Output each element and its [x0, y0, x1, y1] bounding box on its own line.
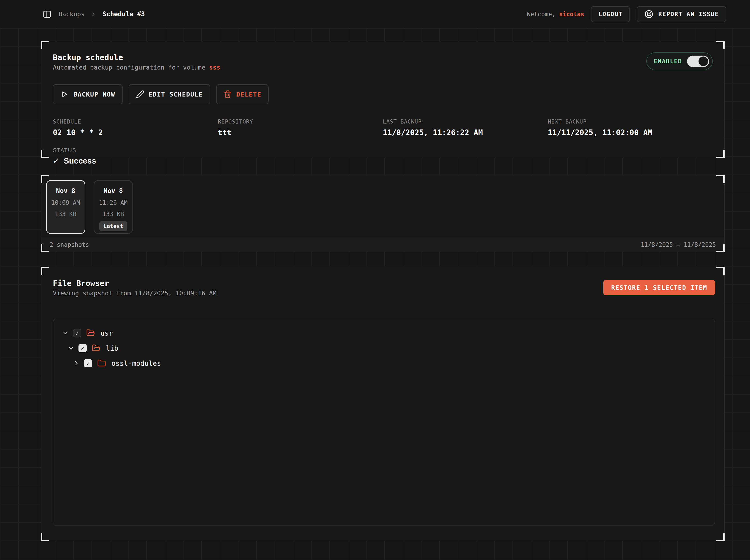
tree-row-lib[interactable]: ✓ lib [62, 341, 706, 356]
logout-button[interactable]: LOGOUT [591, 6, 630, 22]
status-value: ✓ Success [53, 156, 713, 165]
breadcrumb: Backups Schedule #3 [42, 9, 145, 20]
enabled-toggle[interactable]: ENABLED [646, 53, 713, 70]
pencil-icon [136, 90, 144, 98]
field-label: NEXT BACKUP [548, 119, 713, 125]
corner-bracket [41, 150, 49, 158]
check-icon: ✓ [53, 156, 59, 165]
snapshot-time: 11:26 AM [94, 199, 132, 206]
file-browser-title: File Browser [53, 278, 216, 288]
card-title: Backup schedule [53, 53, 713, 62]
checkbox-lib[interactable]: ✓ [78, 344, 87, 352]
welcome-text: Welcome, nicolas [527, 11, 584, 18]
field-label: LAST BACKUP [383, 119, 548, 125]
backup-now-button[interactable]: BACKUP NOW [53, 84, 123, 104]
field-label: SCHEDULE [53, 119, 218, 125]
field-label: REPOSITORY [218, 119, 383, 125]
toggle-knob [698, 57, 708, 66]
top-bar: Backups Schedule #3 Welcome, nicolas LOG… [0, 0, 750, 28]
chevron-down-icon[interactable] [67, 345, 74, 352]
chevron-down-icon[interactable] [62, 329, 69, 337]
trash-icon [223, 90, 232, 98]
tree-item-name: lib [106, 344, 118, 352]
enabled-label: ENABLED [654, 58, 682, 65]
status-label: STATUS [53, 147, 713, 154]
folder-open-icon [92, 344, 100, 353]
snapshot-card-latest[interactable]: Nov 8 11:26 AM 133 KB Latest [94, 180, 133, 234]
tree-item-name: ossl-modules [112, 359, 161, 367]
snapshot-date: Nov 8 [94, 187, 132, 195]
field-value: ttt [218, 128, 383, 137]
field-last-backup: LAST BACKUP 11/8/2025, 11:26:22 AM [383, 119, 548, 137]
username: nicolas [559, 11, 584, 18]
file-browser-subtitle: Viewing snapshot from 11/8/2025, 10:09:1… [53, 289, 216, 297]
field-value: 11/8/2025, 11:26:22 AM [383, 128, 548, 137]
corner-bracket [716, 267, 725, 275]
snapshot-card-selected[interactable]: Nov 8 10:09 AM 133 KB [46, 180, 85, 234]
tree-item-name: usr [100, 329, 113, 337]
folder-icon [97, 359, 106, 367]
lifebuoy-icon [644, 9, 654, 19]
snapshot-count: 2 snapshots [50, 241, 89, 248]
field-repository: REPOSITORY ttt [218, 119, 383, 137]
delete-button[interactable]: DELETE [216, 84, 269, 104]
field-next-backup: NEXT BACKUP 11/11/2025, 11:02:00 AM [548, 119, 713, 137]
corner-bracket [41, 267, 49, 275]
edit-schedule-button[interactable]: EDIT SCHEDULE [129, 84, 210, 104]
report-issue-button[interactable]: REPORT AN ISSUE [637, 6, 726, 22]
panel-left-icon [43, 9, 52, 19]
snapshot-date: Nov 8 [47, 187, 85, 195]
restore-selected-button[interactable]: RESTORE 1 SELECTED ITEM [603, 280, 715, 295]
file-tree: ✓ usr ✓ lib [53, 319, 715, 526]
chevron-right-icon[interactable] [73, 360, 80, 367]
latest-badge: Latest [99, 221, 127, 231]
breadcrumb-current-page: Schedule #3 [102, 10, 145, 18]
checkbox-ossl-modules[interactable]: ✓ [84, 359, 92, 367]
chevron-right-icon [91, 11, 97, 17]
corner-bracket [41, 533, 49, 541]
volume-name: sss [209, 64, 220, 71]
status-text: Success [64, 156, 96, 165]
toggle-switch[interactable] [687, 56, 709, 67]
field-status: STATUS ✓ Success [53, 147, 713, 165]
snapshots-footer: 2 snapshots 11/8/2025 – 11/8/2025 [41, 237, 724, 252]
corner-bracket [41, 41, 49, 49]
corner-bracket [716, 150, 725, 158]
snapshot-time: 10:09 AM [47, 199, 85, 206]
snapshot-size: 133 KB [47, 211, 85, 218]
field-value: 11/11/2025, 11:02:00 AM [548, 128, 713, 137]
snapshot-size: 133 KB [94, 211, 132, 218]
corner-bracket [716, 41, 725, 49]
file-browser-card: File Browser Viewing snapshot from 11/8/… [41, 267, 725, 541]
backup-schedule-card: Backup schedule Automated backup configu… [41, 41, 725, 158]
main-content: Backup schedule Automated backup configu… [0, 28, 750, 560]
folder-open-icon [86, 329, 95, 337]
tree-row-ossl-modules[interactable]: ✓ ossl-modules [62, 356, 706, 371]
play-icon [60, 90, 69, 99]
card-subtitle: Automated backup configuration for volum… [53, 64, 713, 71]
snapshots-panel: Nov 8 10:09 AM 133 KB Nov 8 11:26 AM 133… [41, 175, 725, 252]
snapshot-date-range: 11/8/2025 – 11/8/2025 [640, 241, 716, 248]
field-schedule: SCHEDULE 02 10 * * 2 [53, 119, 218, 137]
breadcrumb-backups-link[interactable]: Backups [59, 11, 85, 18]
corner-bracket [716, 533, 725, 541]
tree-row-usr[interactable]: ✓ usr [62, 325, 706, 341]
sidebar-toggle-button[interactable] [42, 9, 53, 20]
field-value: 02 10 * * 2 [53, 128, 218, 137]
checkbox-usr[interactable]: ✓ [73, 329, 81, 337]
